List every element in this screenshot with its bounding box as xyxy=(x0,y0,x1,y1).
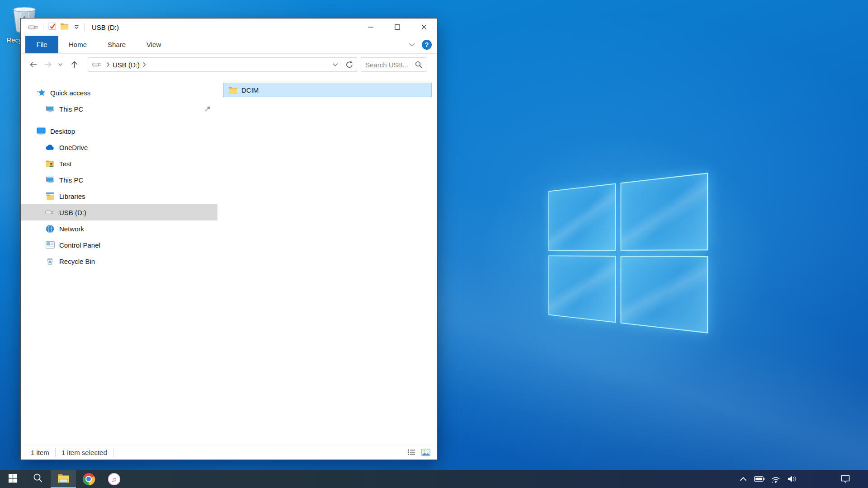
breadcrumb-chevron[interactable] xyxy=(142,62,146,67)
minimize-button[interactable] xyxy=(357,19,384,36)
libraries-icon xyxy=(45,192,55,200)
recent-locations-chevron[interactable] xyxy=(55,57,65,72)
taskbar: ♫ xyxy=(0,470,868,488)
ribbon-right-controls: ? xyxy=(408,36,437,53)
file-list[interactable]: DCIM xyxy=(217,75,437,445)
sidebar-item-this-pc[interactable]: This PC xyxy=(21,172,217,188)
file-explorer-icon xyxy=(57,473,70,485)
sidebar-item-label: Desktop xyxy=(50,127,75,135)
sidebar-item-label: This PC xyxy=(59,105,83,113)
qat-customize-dropdown[interactable] xyxy=(72,21,81,33)
search-input[interactable] xyxy=(361,61,415,69)
address-bar[interactable]: USB (D:) xyxy=(88,57,357,72)
qat-separator xyxy=(84,23,85,31)
folder-icon xyxy=(228,86,237,94)
wifi-icon[interactable] xyxy=(768,470,784,488)
tab-home[interactable]: Home xyxy=(58,36,97,53)
maximize-button[interactable] xyxy=(384,19,410,36)
windows-logo xyxy=(548,173,708,333)
large-icons-view-button[interactable] xyxy=(420,447,432,458)
qat-properties-button[interactable] xyxy=(47,21,58,33)
navigation-pane: Quick access This PC Desktop xyxy=(21,75,217,445)
status-bar: 1 item 1 item selected xyxy=(21,445,437,460)
sidebar-item-label: USB (D:) xyxy=(59,209,86,216)
refresh-button[interactable] xyxy=(342,58,357,71)
battery-icon[interactable] xyxy=(751,470,768,488)
caption-buttons xyxy=(357,19,437,36)
forward-button[interactable] xyxy=(41,57,55,72)
sidebar-item-desktop[interactable]: Desktop xyxy=(21,123,217,139)
pin-icon xyxy=(204,105,211,113)
file-item-label: DCIM xyxy=(241,86,259,94)
sidebar-item-recycle-bin[interactable]: Recycle Bin xyxy=(21,253,217,269)
sidebar-item-onedrive[interactable]: OneDrive xyxy=(21,139,217,155)
sidebar-item-quick-access[interactable]: Quick access xyxy=(21,84,217,101)
expand-ribbon-chevron[interactable] xyxy=(408,41,415,49)
windows-logo-pane xyxy=(620,173,708,250)
status-selection-count: 1 item selected xyxy=(56,449,113,456)
start-icon xyxy=(8,474,18,485)
status-item-count: 1 item xyxy=(21,449,55,456)
breadcrumb-segment[interactable]: USB (D:) xyxy=(112,61,141,69)
sidebar-item-label: Test xyxy=(59,160,72,168)
network-globe-icon xyxy=(45,225,55,233)
monitor-icon xyxy=(45,176,55,184)
search-icon[interactable] xyxy=(415,61,422,68)
back-button[interactable] xyxy=(26,57,41,72)
sidebar-item-test[interactable]: Test xyxy=(21,155,217,172)
tab-share[interactable]: Share xyxy=(97,36,136,53)
sidebar-item-libraries[interactable]: Libraries xyxy=(21,188,217,204)
volume-icon[interactable] xyxy=(784,470,800,488)
sidebar-item-label: Recycle Bin xyxy=(59,258,95,265)
properties-check-icon xyxy=(48,22,57,32)
system-tray xyxy=(735,470,868,488)
action-center-icon[interactable] xyxy=(837,470,854,488)
help-button[interactable]: ? xyxy=(422,40,432,50)
quick-access-star-icon xyxy=(36,89,46,97)
windows-logo-pane xyxy=(620,256,708,333)
taskbar-search-button[interactable] xyxy=(25,470,51,488)
title-bar: USB (D:) xyxy=(21,19,437,36)
monitor-icon xyxy=(45,105,55,113)
recycle-bin-icon xyxy=(45,257,55,265)
tab-file[interactable]: File xyxy=(25,36,58,53)
start-button[interactable] xyxy=(0,470,25,488)
sidebar-item-network[interactable]: Network xyxy=(21,221,217,237)
qat-separator xyxy=(43,23,43,31)
search-icon xyxy=(33,473,43,485)
taskbar-chrome-button[interactable] xyxy=(76,470,101,488)
chrome-icon xyxy=(83,473,95,485)
file-item-dcim[interactable]: DCIM xyxy=(223,83,432,97)
desktop-icon xyxy=(36,127,46,135)
qat-new-folder-button[interactable] xyxy=(58,21,71,33)
windows-logo-pane xyxy=(548,183,616,251)
windows-logo-pane xyxy=(548,255,616,323)
navigation-bar: USB (D:) xyxy=(21,54,437,75)
details-view-button[interactable] xyxy=(406,447,417,458)
close-button[interactable] xyxy=(410,19,437,36)
sidebar-item-label: Network xyxy=(59,225,84,233)
window-usb-drive-icon xyxy=(26,21,40,33)
sidebar-item-label: Libraries xyxy=(59,192,85,200)
sidebar-item-this-pc-pinned[interactable]: This PC xyxy=(21,101,217,117)
tab-view[interactable]: View xyxy=(136,36,171,53)
window-body: Quick access This PC Desktop xyxy=(21,75,437,445)
address-dropdown-chevron[interactable] xyxy=(332,63,338,67)
sidebar-item-usb-drive[interactable]: USB (D:) xyxy=(21,204,217,221)
onedrive-cloud-icon xyxy=(45,144,55,150)
search-box xyxy=(361,57,426,72)
window-title: USB (D:) xyxy=(92,23,119,31)
new-folder-icon xyxy=(60,23,69,32)
file-explorer-window: USB (D:) File Home Share View ? xyxy=(20,18,438,460)
sidebar-item-label: Control Panel xyxy=(59,241,100,249)
taskbar-itunes-button[interactable]: ♫ xyxy=(101,470,127,488)
taskbar-file-explorer-button[interactable] xyxy=(51,470,76,488)
hidden-icons-chevron[interactable] xyxy=(735,470,751,488)
control-panel-icon xyxy=(45,241,55,249)
usb-drive-icon xyxy=(45,210,55,215)
ribbon-tab-bar: File Home Share View ? xyxy=(21,36,437,54)
sidebar-item-label: This PC xyxy=(59,176,83,184)
breadcrumb-chevron[interactable] xyxy=(106,62,110,67)
up-button[interactable] xyxy=(67,57,81,72)
sidebar-item-control-panel[interactable]: Control Panel xyxy=(21,237,217,253)
